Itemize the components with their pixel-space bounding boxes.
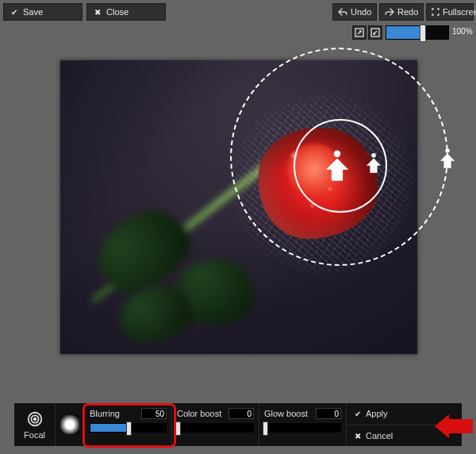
close-icon	[355, 431, 361, 441]
blurring-group: Blurring	[84, 403, 171, 446]
fit-screen-button[interactable]	[352, 25, 367, 40]
zoom-slider[interactable]	[386, 25, 449, 40]
effect-panel: Focal Blurring Color boost Glow boost	[14, 403, 462, 446]
close-label: Close	[106, 7, 129, 17]
target-icon	[26, 410, 44, 428]
blurring-value-input[interactable]	[141, 408, 167, 419]
check-icon	[355, 409, 361, 418]
top-toolbar: Save Close Undo Redo Fullscreen 100%	[3, 3, 473, 43]
focal-handle-inner[interactable]	[365, 152, 382, 173]
focal-handle-outer[interactable]	[439, 148, 456, 168]
zoom-slider-fill	[386, 26, 422, 39]
glowboost-value-input[interactable]	[316, 408, 341, 419]
undo-icon	[338, 8, 347, 16]
vignette-preview[interactable]	[56, 403, 84, 446]
close-button[interactable]: Close	[86, 3, 166, 21]
glowboost-label: Glow boost	[264, 409, 308, 418]
colorboost-group: Color boost	[171, 403, 259, 446]
check-icon	[9, 8, 20, 17]
fullscreen-button[interactable]: Fullscreen	[426, 3, 474, 21]
save-button[interactable]: Save	[3, 3, 83, 21]
svg-point-7	[33, 417, 36, 420]
zoom-slider-knob[interactable]	[420, 25, 426, 42]
image-canvas[interactable]	[60, 60, 417, 354]
colorboost-slider[interactable]	[177, 423, 254, 433]
actual-size-button[interactable]	[368, 25, 382, 40]
cancel-label: Cancel	[366, 431, 393, 441]
apply-label: Apply	[366, 409, 388, 418]
annotation-arrow	[435, 414, 473, 438]
colorboost-label: Color boost	[177, 409, 221, 418]
fullscreen-icon	[432, 8, 440, 16]
blurring-label: Blurring	[90, 409, 120, 418]
glowboost-slider[interactable]	[264, 423, 341, 433]
undo-label: Undo	[351, 7, 371, 17]
zoom-value: 100%	[452, 27, 473, 36]
save-label: Save	[23, 7, 43, 17]
svg-point-2	[334, 151, 341, 158]
redo-icon	[385, 8, 394, 16]
vignette-preview-chip	[60, 415, 79, 434]
undo-button[interactable]: Undo	[332, 3, 377, 21]
close-icon	[92, 8, 103, 17]
redo-button[interactable]: Redo	[379, 3, 424, 21]
redo-label: Redo	[397, 7, 418, 17]
blurring-slider[interactable]	[90, 423, 167, 433]
fullscreen-label: Fullscreen	[443, 7, 476, 17]
focal-tool-button[interactable]: Focal	[14, 403, 56, 446]
glowboost-group: Glow boost	[259, 403, 346, 446]
focal-handle-center[interactable]	[324, 149, 351, 181]
svg-point-4	[445, 148, 450, 153]
svg-point-3	[371, 153, 376, 158]
focal-tool-label: Focal	[24, 430, 45, 440]
colorboost-value-input[interactable]	[228, 408, 254, 419]
